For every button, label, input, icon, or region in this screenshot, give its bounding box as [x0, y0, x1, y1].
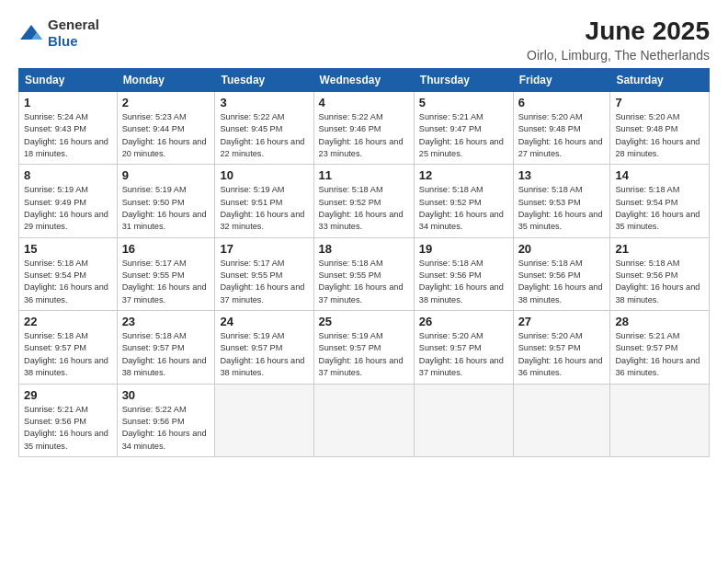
day-number: 4	[319, 96, 409, 109]
day-number: 6	[518, 96, 606, 109]
logo-text-blue: Blue	[48, 33, 78, 49]
day-info: Sunrise: 5:22 AMSunset: 9:56 PMDaylight:…	[122, 404, 210, 453]
table-row: 30Sunrise: 5:22 AMSunset: 9:56 PMDayligh…	[117, 384, 215, 456]
table-row: 7Sunrise: 5:20 AMSunset: 9:48 PMDaylight…	[610, 92, 710, 165]
day-number: 11	[319, 168, 409, 182]
day-number: 2	[122, 96, 210, 109]
day-info: Sunrise: 5:21 AMSunset: 9:47 PMDaylight:…	[419, 111, 508, 160]
table-row: 6Sunrise: 5:20 AMSunset: 9:48 PMDaylight…	[513, 92, 610, 165]
day-number: 22	[24, 315, 112, 328]
table-row: 22Sunrise: 5:18 AMSunset: 9:57 PMDayligh…	[19, 311, 118, 384]
table-row: 27Sunrise: 5:20 AMSunset: 9:57 PMDayligh…	[513, 311, 610, 384]
day-info: Sunrise: 5:19 AMSunset: 9:57 PMDaylight:…	[220, 330, 308, 379]
day-number: 19	[419, 242, 508, 256]
day-info: Sunrise: 5:17 AMSunset: 9:55 PMDaylight:…	[220, 258, 308, 306]
day-info: Sunrise: 5:21 AMSunset: 9:56 PMDaylight:…	[24, 404, 112, 453]
table-row: 23Sunrise: 5:18 AMSunset: 9:57 PMDayligh…	[117, 311, 215, 384]
week-row-2: 8Sunrise: 5:19 AMSunset: 9:49 PMDaylight…	[19, 165, 710, 237]
table-row	[513, 384, 610, 456]
table-row	[414, 384, 513, 456]
table-row	[610, 384, 710, 456]
day-number: 5	[419, 96, 508, 109]
header: General Blue June 2025 Oirlo, Limburg, T…	[18, 17, 710, 63]
table-row: 9Sunrise: 5:19 AMSunset: 9:50 PMDaylight…	[117, 165, 215, 237]
day-number: 3	[220, 96, 308, 109]
table-row: 1Sunrise: 5:24 AMSunset: 9:43 PMDaylight…	[19, 92, 118, 165]
table-row: 21Sunrise: 5:18 AMSunset: 9:56 PMDayligh…	[610, 237, 710, 310]
calendar-subtitle: Oirlo, Limburg, The Netherlands	[527, 48, 710, 63]
week-row-5: 29Sunrise: 5:21 AMSunset: 9:56 PMDayligh…	[19, 384, 710, 456]
table-row: 11Sunrise: 5:18 AMSunset: 9:52 PMDayligh…	[313, 165, 414, 237]
day-number: 12	[419, 168, 508, 182]
col-thursday: Thursday	[414, 69, 513, 92]
day-number: 8	[24, 168, 112, 182]
table-row: 19Sunrise: 5:18 AMSunset: 9:56 PMDayligh…	[414, 237, 513, 310]
table-row: 25Sunrise: 5:19 AMSunset: 9:57 PMDayligh…	[313, 311, 414, 384]
logo-icon	[18, 23, 44, 43]
logo: General Blue	[18, 17, 99, 50]
day-info: Sunrise: 5:19 AMSunset: 9:50 PMDaylight:…	[122, 184, 210, 233]
day-info: Sunrise: 5:22 AMSunset: 9:45 PMDaylight:…	[220, 111, 308, 160]
day-info: Sunrise: 5:18 AMSunset: 9:54 PMDaylight:…	[24, 258, 112, 306]
table-row: 2Sunrise: 5:23 AMSunset: 9:44 PMDaylight…	[117, 92, 215, 165]
day-info: Sunrise: 5:18 AMSunset: 9:52 PMDaylight:…	[319, 184, 409, 233]
week-row-3: 15Sunrise: 5:18 AMSunset: 9:54 PMDayligh…	[19, 237, 710, 310]
table-row	[313, 384, 414, 456]
table-row: 13Sunrise: 5:18 AMSunset: 9:53 PMDayligh…	[513, 165, 610, 237]
day-number: 13	[518, 168, 606, 182]
day-number: 23	[122, 315, 210, 328]
col-friday: Friday	[513, 69, 610, 92]
day-info: Sunrise: 5:18 AMSunset: 9:56 PMDaylight:…	[419, 258, 508, 306]
day-info: Sunrise: 5:19 AMSunset: 9:49 PMDaylight:…	[24, 184, 112, 233]
day-info: Sunrise: 5:18 AMSunset: 9:52 PMDaylight:…	[419, 184, 508, 233]
day-number: 27	[518, 315, 606, 328]
col-monday: Monday	[117, 69, 215, 92]
day-info: Sunrise: 5:21 AMSunset: 9:57 PMDaylight:…	[615, 330, 704, 379]
table-row: 5Sunrise: 5:21 AMSunset: 9:47 PMDaylight…	[414, 92, 513, 165]
day-info: Sunrise: 5:17 AMSunset: 9:55 PMDaylight:…	[122, 258, 210, 306]
day-info: Sunrise: 5:20 AMSunset: 9:57 PMDaylight:…	[419, 330, 508, 379]
table-row	[215, 384, 313, 456]
day-info: Sunrise: 5:20 AMSunset: 9:48 PMDaylight:…	[615, 111, 704, 160]
table-row: 14Sunrise: 5:18 AMSunset: 9:54 PMDayligh…	[610, 165, 710, 237]
day-number: 17	[220, 242, 308, 256]
calendar-table: Sunday Monday Tuesday Wednesday Thursday…	[18, 68, 710, 457]
day-number: 1	[24, 96, 112, 109]
day-number: 30	[122, 388, 210, 402]
day-number: 10	[220, 168, 308, 182]
day-info: Sunrise: 5:23 AMSunset: 9:44 PMDaylight:…	[122, 111, 210, 160]
table-row: 12Sunrise: 5:18 AMSunset: 9:52 PMDayligh…	[414, 165, 513, 237]
table-row: 8Sunrise: 5:19 AMSunset: 9:49 PMDaylight…	[19, 165, 118, 237]
day-number: 26	[419, 315, 508, 328]
day-number: 14	[615, 168, 704, 182]
week-row-1: 1Sunrise: 5:24 AMSunset: 9:43 PMDaylight…	[19, 92, 710, 165]
day-info: Sunrise: 5:18 AMSunset: 9:53 PMDaylight:…	[518, 184, 606, 233]
page: General Blue June 2025 Oirlo, Limburg, T…	[0, 0, 728, 563]
table-row: 26Sunrise: 5:20 AMSunset: 9:57 PMDayligh…	[414, 311, 513, 384]
col-wednesday: Wednesday	[313, 69, 414, 92]
day-info: Sunrise: 5:18 AMSunset: 9:55 PMDaylight:…	[319, 258, 409, 306]
table-row: 4Sunrise: 5:22 AMSunset: 9:46 PMDaylight…	[313, 92, 414, 165]
day-info: Sunrise: 5:18 AMSunset: 9:56 PMDaylight:…	[518, 258, 606, 306]
day-info: Sunrise: 5:19 AMSunset: 9:51 PMDaylight:…	[220, 184, 308, 233]
col-tuesday: Tuesday	[215, 69, 313, 92]
day-number: 24	[220, 315, 308, 328]
title-block: June 2025 Oirlo, Limburg, The Netherland…	[527, 17, 710, 63]
table-row: 15Sunrise: 5:18 AMSunset: 9:54 PMDayligh…	[19, 237, 118, 310]
table-row: 16Sunrise: 5:17 AMSunset: 9:55 PMDayligh…	[117, 237, 215, 310]
table-row: 3Sunrise: 5:22 AMSunset: 9:45 PMDaylight…	[215, 92, 313, 165]
day-number: 15	[24, 242, 112, 256]
day-info: Sunrise: 5:18 AMSunset: 9:56 PMDaylight:…	[615, 258, 704, 306]
day-info: Sunrise: 5:18 AMSunset: 9:57 PMDaylight:…	[122, 330, 210, 379]
day-number: 16	[122, 242, 210, 256]
day-info: Sunrise: 5:20 AMSunset: 9:57 PMDaylight:…	[518, 330, 606, 379]
table-row: 17Sunrise: 5:17 AMSunset: 9:55 PMDayligh…	[215, 237, 313, 310]
day-info: Sunrise: 5:18 AMSunset: 9:57 PMDaylight:…	[24, 330, 112, 379]
day-info: Sunrise: 5:24 AMSunset: 9:43 PMDaylight:…	[24, 111, 112, 160]
day-number: 7	[615, 96, 704, 109]
day-info: Sunrise: 5:22 AMSunset: 9:46 PMDaylight:…	[319, 111, 409, 160]
header-row: Sunday Monday Tuesday Wednesday Thursday…	[19, 69, 710, 92]
logo-text-general: General	[48, 17, 99, 32]
day-info: Sunrise: 5:20 AMSunset: 9:48 PMDaylight:…	[518, 111, 606, 160]
calendar-title: June 2025	[527, 17, 710, 46]
